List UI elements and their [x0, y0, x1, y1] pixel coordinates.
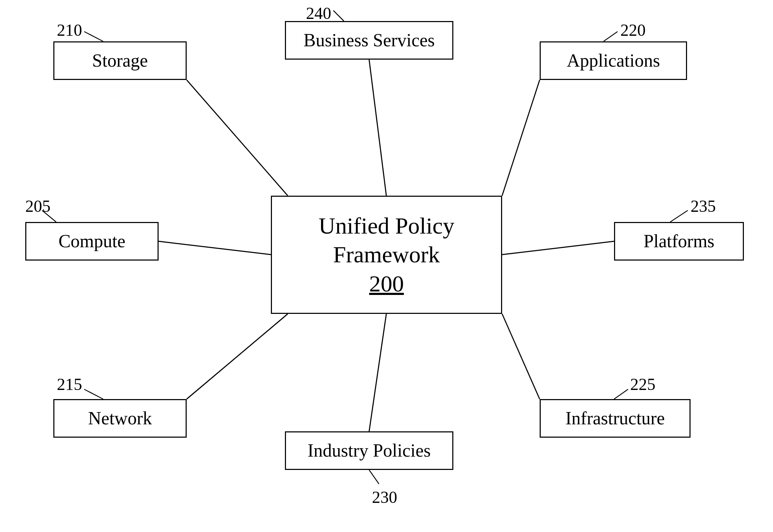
applications-ref: 220: [620, 20, 646, 40]
svg-line-12: [670, 210, 688, 222]
storage-ref: 210: [57, 20, 82, 40]
network-ref: 215: [57, 375, 82, 394]
storage-label: Storage: [92, 50, 148, 72]
svg-line-9: [333, 11, 344, 21]
svg-line-2: [502, 80, 540, 196]
svg-line-13: [84, 389, 103, 399]
svg-line-5: [187, 314, 288, 399]
compute-label: Compute: [59, 230, 126, 252]
industry-ref: 230: [372, 487, 397, 507]
svg-line-0: [187, 80, 288, 196]
network-node: Network: [53, 399, 187, 438]
business-node: Business Services: [285, 21, 453, 60]
platforms-label: Platforms: [644, 230, 714, 252]
svg-line-1: [369, 60, 386, 196]
svg-line-6: [502, 314, 540, 399]
svg-line-7: [369, 314, 386, 431]
svg-line-4: [502, 241, 614, 255]
infrastructure-label: Infrastructure: [566, 408, 665, 429]
business-label: Business Services: [304, 29, 435, 51]
applications-node: Applications: [540, 41, 687, 80]
industry-node: Industry Policies: [285, 431, 453, 470]
platforms-node: Platforms: [614, 222, 744, 261]
storage-node: Storage: [53, 41, 187, 80]
infrastructure-node: Infrastructure: [540, 399, 691, 438]
svg-line-14: [614, 389, 628, 399]
svg-line-15: [369, 470, 379, 484]
infrastructure-ref: 225: [630, 375, 655, 394]
svg-line-3: [159, 241, 271, 255]
diagram-container: Unified Policy Framework 200 Storage 210…: [0, 0, 773, 532]
industry-label: Industry Policies: [308, 440, 431, 462]
compute-node: Compute: [25, 222, 159, 261]
svg-line-10: [604, 32, 618, 41]
network-label: Network: [88, 408, 152, 429]
center-node: Unified Policy Framework 200: [271, 196, 502, 314]
center-label: Unified Policy Framework 200: [272, 211, 501, 298]
platforms-ref: 235: [691, 196, 716, 216]
compute-ref: 205: [25, 196, 51, 216]
svg-line-8: [84, 32, 103, 41]
business-ref: 240: [306, 4, 331, 23]
applications-label: Applications: [567, 50, 660, 72]
